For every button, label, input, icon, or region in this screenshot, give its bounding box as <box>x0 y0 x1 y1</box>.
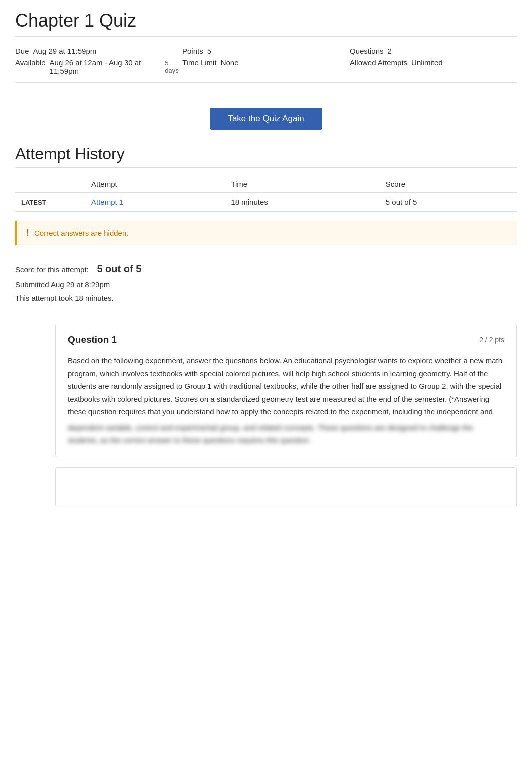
alert-message: Correct answers are hidden. <box>34 229 128 237</box>
available-label: Available <box>15 58 46 67</box>
col-score: Score <box>380 176 517 193</box>
row-status: LATEST <box>15 193 85 212</box>
points-item: Points 5 <box>182 47 350 55</box>
points-value: 5 <box>207 47 211 55</box>
meta-section: Due Aug 29 at 11:59pm Points 5 Questions… <box>15 47 517 83</box>
points-label: Points <box>182 47 203 55</box>
submitted-line: Submitted Aug 29 at 8:29pm <box>15 278 517 291</box>
question1-blurred: dependent variable, control and experime… <box>68 421 504 447</box>
row-time: 18 minutes <box>225 193 379 212</box>
score-label: Score for this attempt: <box>15 265 89 274</box>
time-limit-label: Time Limit <box>182 58 217 67</box>
score-section: Score for this attempt: 5 out of 5 Submi… <box>15 254 517 314</box>
col-time: Time <box>225 176 379 193</box>
alert-box: ! Correct answers are hidden. <box>15 221 517 245</box>
question2-card <box>55 467 517 507</box>
due-label: Due <box>15 47 29 55</box>
col-attempt: Attempt <box>85 176 225 193</box>
table-row: LATESTAttempt 118 minutes5 out of 5 <box>15 193 517 212</box>
alert-icon: ! <box>26 228 29 238</box>
available-value: Aug 26 at 12am - Aug 30 at 11:59pm <box>50 58 161 75</box>
available-item: Available Aug 26 at 12am - Aug 30 at 11:… <box>15 58 182 75</box>
row-score: 5 out of 5 <box>380 193 517 212</box>
allowed-item: Allowed Attempts Unlimited <box>350 58 517 75</box>
take-quiz-section: Take the Quiz Again <box>15 93 517 145</box>
questions-value: 2 <box>388 47 392 55</box>
question1-body: Based on the following experiment, answe… <box>68 354 504 418</box>
col-status <box>15 176 85 193</box>
attempt-history-title: Attempt History <box>15 145 517 168</box>
available-sub: 5 days <box>165 59 182 74</box>
allowed-label: Allowed Attempts <box>350 58 407 67</box>
duration-line: This attempt took 18 minutes. <box>15 291 517 305</box>
score-line: Score for this attempt: 5 out of 5 <box>15 260 517 278</box>
score-value: 5 out of 5 <box>97 263 141 274</box>
allowed-value: Unlimited <box>411 58 443 67</box>
attempt-table: Attempt Time Score LATESTAttempt 118 min… <box>15 176 517 212</box>
page-title: Chapter 1 Quiz <box>15 10 517 37</box>
time-limit-item: Time Limit None <box>182 58 350 75</box>
questions-item: Questions 2 <box>350 47 517 55</box>
questions-label: Questions <box>350 47 384 55</box>
question1-header: Question 1 2 / 2 pts <box>68 334 504 345</box>
question1-title: Question 1 <box>68 334 117 345</box>
question1-card: Question 1 2 / 2 pts Based on the follow… <box>55 324 517 457</box>
question1-points: 2 / 2 pts <box>479 336 504 344</box>
due-value: Aug 29 at 11:59pm <box>33 47 97 55</box>
row-attempt[interactable]: Attempt 1 <box>85 193 225 212</box>
due-item: Due Aug 29 at 11:59pm <box>15 47 182 55</box>
take-quiz-button[interactable]: Take the Quiz Again <box>210 108 322 130</box>
time-limit-value: None <box>221 58 239 67</box>
